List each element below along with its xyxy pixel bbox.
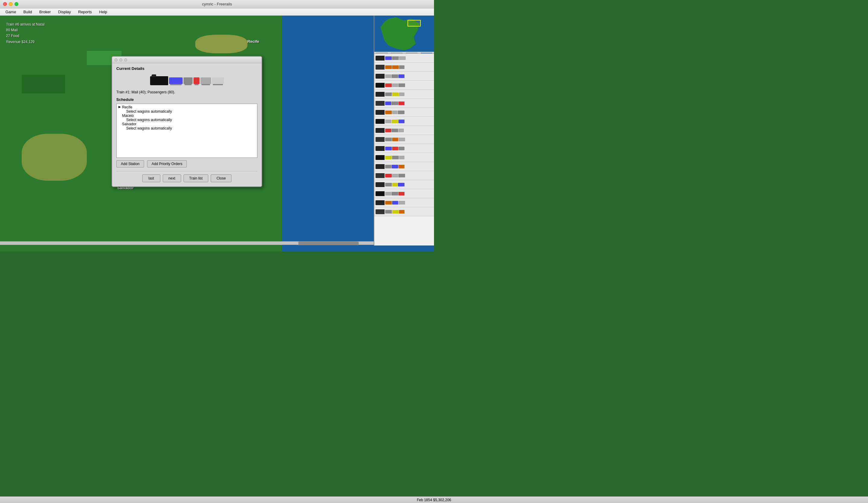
close-dialog-button[interactable]: Close [211,175,231,182]
train-list-row-4[interactable] [374,81,434,90]
mini-map-image [374,15,434,52]
train-list-panel [374,53,434,245]
train-list-row-3[interactable] [374,72,434,81]
window-controls [3,2,18,6]
train-list-row-7[interactable] [374,108,434,117]
train-details-dialog: Current Details Train #1: Mail (40); Pas… [112,56,262,187]
train-list-button[interactable]: Train list [184,175,209,182]
add-priority-orders-button[interactable]: Add Priority Orders [147,160,187,167]
nav-buttons: last next Train list Close [116,171,257,182]
train-list-row-12[interactable] [374,153,434,162]
schedule-stop-2: Maceio [118,114,256,118]
train-list-row-5[interactable] [374,90,434,99]
schedule-buttons: Add Station Add Priority Orders [116,160,257,167]
train-list-row-16[interactable] [374,189,434,198]
train-list-row-9[interactable] [374,126,434,135]
mini-map-viewport [407,20,421,27]
schedule-label: Schedule [116,97,257,102]
train-list-row-13[interactable] [374,162,434,171]
train-list-row-17[interactable] [374,198,434,207]
modal-overlay: Current Details Train #1: Mail (40); Pas… [0,15,374,251]
train-list-row-10[interactable] [374,135,434,144]
title-bar: cymric - Freerails [0,0,434,8]
modal-body: Current Details Train #1: Mail (40); Pas… [112,63,262,187]
train-list-row-1[interactable] [374,54,434,63]
schedule-stop-3: Salvador [118,122,256,126]
window-title: cymric - Freerails [202,2,232,6]
train-description: Train #1: Mail (40); Passengers (80). [116,90,257,94]
schedule-sub-1: Select wagons automatically [118,109,256,114]
menu-game[interactable]: Game [2,9,19,15]
menu-bar: Game Build Broker Display Reports Help [0,8,434,15]
train-list-row-11[interactable] [374,144,434,153]
modal-titlebar [112,56,262,63]
game-map: Train #6 arrives at Natal 80 Mail 27 Foo… [0,15,434,251]
modal-close[interactable] [114,59,117,61]
modal-max[interactable] [124,59,127,61]
menu-help[interactable]: Help [96,9,110,15]
menu-reports[interactable]: Reports [75,9,95,15]
train-list-row-8[interactable] [374,117,434,126]
mini-map-panel [374,15,434,52]
section-current-details: Current Details [116,66,257,71]
menu-build[interactable]: Build [20,9,35,15]
schedule-list[interactable]: ▶ Recife Select wagons automatically Mac… [116,104,257,158]
schedule-sub-2: Select wagons automatically [118,118,256,122]
train-list-row-15[interactable] [374,180,434,189]
minimize-button[interactable] [9,2,13,6]
train-list-row-18[interactable] [374,207,434,216]
menu-broker[interactable]: Broker [36,9,54,15]
menu-display[interactable]: Display [55,9,74,15]
add-station-button[interactable]: Add Station [116,160,144,167]
last-button[interactable]: last [142,175,161,182]
schedule-section: Schedule ▶ Recife Select wagons automati… [116,97,257,167]
train-list-row-2[interactable] [374,63,434,72]
train-list-row-14[interactable] [374,171,434,180]
modal-min[interactable] [119,59,122,61]
train-graphic [116,73,257,88]
schedule-sub-3: Select wagons automatically [118,126,256,130]
schedule-stop-1: ▶ Recife [118,105,256,109]
stop-recife-name: Recife [122,105,132,109]
next-button[interactable]: next [163,175,181,182]
close-button[interactable] [3,2,7,6]
maximize-button[interactable] [14,2,18,6]
train-list-row-6[interactable] [374,99,434,108]
